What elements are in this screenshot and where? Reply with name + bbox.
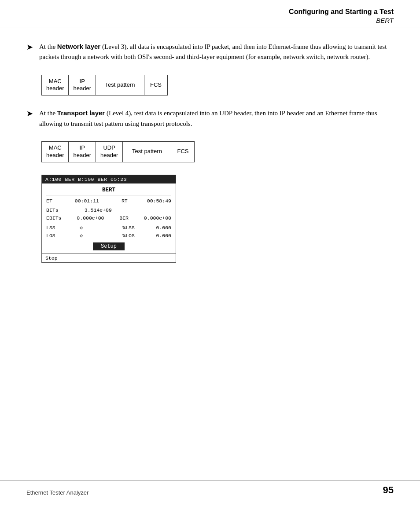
page-footer: Ethernet Tester Analyzer 95 xyxy=(0,481,420,496)
bert-lss-label: LSS xyxy=(46,224,55,232)
bert-lss-diamond: ◇ xyxy=(74,224,83,232)
bert-row-bits: BITs 3.514e+09 xyxy=(46,206,171,214)
bullet-1: ➤ At the Network layer (Level 3), all da… xyxy=(26,41,394,62)
bullet-2: ➤ At the Transport layer (Level 4), test… xyxy=(26,108,394,129)
bert-los-pct-label: %LOS xyxy=(101,232,135,240)
packet-frame-2: MACheader IPheader UDPheader Test patter… xyxy=(41,141,195,162)
cell-ip-header: IPheader xyxy=(69,75,96,95)
bert-row-ebits: EBITs 0.000e+00 BER 0.000e+00 xyxy=(46,214,171,222)
bert-ebits-label: EBITs xyxy=(46,214,62,222)
bert-ebits-value: 0.000e+00 xyxy=(74,214,104,222)
footer-right: 95 xyxy=(383,484,394,496)
bert-screen-footer: Stop xyxy=(42,253,176,262)
cell-ip-header-2: IPheader xyxy=(69,142,96,162)
cell-test-pattern: Test pattern xyxy=(96,75,144,95)
bullet-2-arrow: ➤ xyxy=(26,109,33,118)
cell-mac-header-2: MACheader xyxy=(42,142,69,162)
header-subtitle: BERT xyxy=(26,17,394,24)
bert-rt-value: 00:58:49 xyxy=(144,197,171,205)
bert-rt-label: RT xyxy=(115,197,128,205)
bullet-1-text: At the Network layer (Level 3), all data… xyxy=(39,41,394,62)
page-container: Configuring and Starting a Test BERT ➤ A… xyxy=(0,0,420,510)
cell-mac-header: MACheader xyxy=(42,75,69,95)
cell-fcs-2: FCS xyxy=(171,142,194,162)
bert-setup-row: Setup xyxy=(46,242,171,250)
bert-screen-body: BERT ET 00:01:11 RT 00:58:49 BITs 3.514e… xyxy=(42,183,176,253)
bert-stop-label[interactable]: Stop xyxy=(45,255,58,261)
bullet-1-arrow: ➤ xyxy=(26,42,33,52)
bert-header-text: A:100 BER B:100 BER 05:23 xyxy=(45,176,127,182)
bert-ber-label: BER xyxy=(116,214,129,222)
bert-bits-spacer xyxy=(135,206,171,214)
diagram-2-container: MACheader IPheader UDPheader Test patter… xyxy=(41,141,394,162)
bert-ber-value: 0.000e+00 xyxy=(141,214,171,222)
bert-lss-pct-value: 0.000 xyxy=(153,224,171,232)
header-title: Configuring and Starting a Test xyxy=(26,8,394,16)
bert-los-pct-value: 0.000 xyxy=(153,232,171,240)
bert-setup-button[interactable]: Setup xyxy=(93,242,125,250)
bert-bits-value: 3.514e+09 xyxy=(81,206,112,214)
bert-row-lss: LSS ◇ %LSS 0.000 xyxy=(46,224,171,232)
bullet-1-bold: Network layer xyxy=(57,43,100,50)
footer-left: Ethernet Tester Analyzer xyxy=(26,489,88,496)
bullet-2-bold: Transport layer xyxy=(57,109,105,117)
bert-screen: A:100 BER B:100 BER 05:23 BERT ET 00:01:… xyxy=(41,175,176,263)
bert-title: BERT xyxy=(46,185,171,195)
cell-fcs: FCS xyxy=(144,75,167,95)
page-header: Configuring and Starting a Test BERT xyxy=(0,0,420,27)
bert-bits-label: BITs xyxy=(46,206,59,214)
bert-los-diamond: ◇ xyxy=(74,232,83,240)
bert-los-label: LOS xyxy=(46,232,55,240)
bert-et-value: 00:01:11 xyxy=(75,197,99,205)
bert-et-label: ET xyxy=(46,197,59,205)
diagram-1-container: MACheader IPheader Test pattern FCS xyxy=(41,75,394,96)
bert-row-los: LOS ◇ %LOS 0.000 xyxy=(46,232,171,240)
cell-udp-header: UDPheader xyxy=(96,142,123,162)
packet-frame-1: MACheader IPheader Test pattern FCS xyxy=(41,75,168,96)
bert-screen-header: A:100 BER B:100 BER 05:23 xyxy=(42,175,176,183)
main-content: ➤ At the Network layer (Level 3), all da… xyxy=(0,41,420,263)
bert-row-et: ET 00:01:11 RT 00:58:49 xyxy=(46,197,171,205)
bullet-2-text: At the Transport layer (Level 4), test d… xyxy=(39,108,394,129)
cell-test-pattern-2: Test pattern xyxy=(123,142,171,162)
bert-lss-pct-label: %LSS xyxy=(101,224,135,232)
